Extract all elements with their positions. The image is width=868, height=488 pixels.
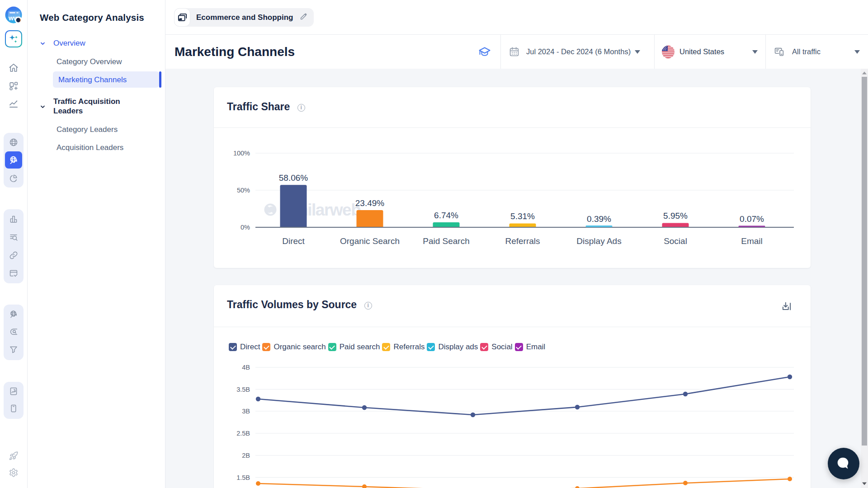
svg-text:5.95%: 5.95% xyxy=(663,211,688,221)
svg-text:Organic Search: Organic Search xyxy=(340,236,400,246)
svg-text:Display Ads: Display Ads xyxy=(576,236,621,246)
svg-text:Social: Social xyxy=(664,236,687,246)
svg-text:Paid Search: Paid Search xyxy=(423,236,470,246)
svg-text:Referrals: Referrals xyxy=(505,236,540,246)
svg-text:Direct: Direct xyxy=(282,236,305,246)
svg-text:2.5B: 2.5B xyxy=(236,430,250,437)
svg-text:100%: 100% xyxy=(233,150,250,157)
svg-text:2B: 2B xyxy=(242,452,250,459)
svg-text:3.5B: 3.5B xyxy=(236,386,250,393)
svg-text:4B: 4B xyxy=(242,364,250,371)
svg-text:Email: Email xyxy=(741,236,763,246)
svg-text:5.31%: 5.31% xyxy=(510,211,535,221)
svg-text:0.39%: 0.39% xyxy=(587,214,611,224)
svg-text:3B: 3B xyxy=(242,408,250,415)
svg-text:23.49%: 23.49% xyxy=(355,198,385,208)
svg-text:58.06%: 58.06% xyxy=(279,173,308,183)
svg-text:6.74%: 6.74% xyxy=(434,211,458,220)
svg-text:0.07%: 0.07% xyxy=(740,214,764,224)
svg-text:50%: 50% xyxy=(237,187,250,194)
svg-text:1.5B: 1.5B xyxy=(236,474,250,481)
svg-text:0%: 0% xyxy=(241,224,250,231)
